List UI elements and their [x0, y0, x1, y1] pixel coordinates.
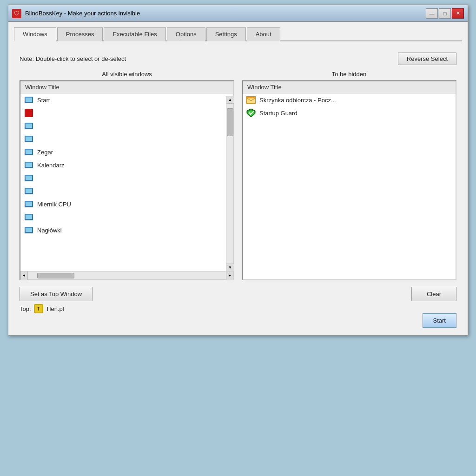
- left-panel-label: All visible windows: [20, 71, 234, 78]
- app-icon: 🛡: [12, 9, 21, 18]
- list-item[interactable]: [20, 211, 226, 224]
- shield-icon: [246, 108, 256, 118]
- scroll-thumb[interactable]: [227, 108, 233, 136]
- tlen-icon: T: [34, 304, 43, 313]
- list-item[interactable]: [20, 106, 226, 119]
- window-body: Windows Processes Executable Files Optio…: [8, 22, 468, 335]
- top-label: Top:: [20, 305, 31, 312]
- title-bar: 🛡 BlindBossKey - Make your actions invis…: [8, 5, 468, 22]
- note-row: Note: Double-click to select or de-selec…: [20, 53, 456, 65]
- right-panel-label: To be hidden: [242, 71, 456, 78]
- monitor-icon: [24, 186, 33, 196]
- top-app-name: Tlen.pl: [46, 305, 64, 312]
- tab-executable-files[interactable]: Executable Files: [104, 27, 165, 41]
- monitor-icon: [24, 212, 33, 222]
- title-bar-left: 🛡 BlindBossKey - Make your actions invis…: [12, 9, 140, 18]
- bottom-left: Set as Top Window Top: T Tlen.pl: [20, 287, 93, 313]
- window-controls: — □ ✕: [426, 8, 464, 19]
- reverse-select-button[interactable]: Reverse Select: [398, 53, 456, 65]
- red-app-icon: [24, 108, 33, 118]
- tab-windows[interactable]: Windows: [14, 27, 56, 41]
- left-list-body: Start: [20, 93, 233, 268]
- monitor-icon: [24, 199, 33, 209]
- left-panel: All visible windows Window Title Start: [20, 71, 234, 280]
- minimize-button[interactable]: —: [426, 8, 438, 19]
- tab-settings[interactable]: Settings: [206, 27, 246, 41]
- top-indicator: Top: T Tlen.pl: [20, 304, 93, 313]
- tab-about[interactable]: About: [247, 27, 280, 41]
- list-item[interactable]: [20, 172, 226, 185]
- tab-processes[interactable]: Processes: [57, 27, 103, 41]
- content-area: Note: Double-click to select or de-selec…: [14, 49, 462, 328]
- monitor-icon: [24, 121, 33, 131]
- scroll-up-arrow[interactable]: ▲: [226, 96, 234, 104]
- right-panel-header: Window Title: [243, 81, 456, 93]
- scroll-track: [226, 104, 233, 264]
- vertical-scrollbar[interactable]: ▲ ▼: [226, 96, 233, 271]
- scroll-left-arrow[interactable]: ◄: [20, 271, 28, 280]
- right-panel-container: Window Title: [242, 80, 456, 280]
- note-text: Note: Double-click to select or de-selec…: [20, 55, 126, 62]
- left-panel-header: Window Title: [20, 81, 233, 93]
- start-button[interactable]: Start: [423, 313, 456, 328]
- list-item[interactable]: Startup Guard: [243, 106, 456, 119]
- bottom-row: Set as Top Window Top: T Tlen.pl Cle: [20, 287, 456, 324]
- list-item[interactable]: Skrzynka odbiorcza - Pocz...: [243, 93, 456, 106]
- list-item[interactable]: Kalendarz: [20, 159, 226, 172]
- monitor-icon: [24, 147, 33, 157]
- list-item[interactable]: [20, 185, 226, 198]
- tab-options[interactable]: Options: [167, 27, 205, 41]
- monitor-icon: [24, 173, 33, 183]
- monitor-icon: [24, 160, 33, 170]
- set-as-top-window-button[interactable]: Set as Top Window: [20, 287, 93, 301]
- right-panel: To be hidden Window Title: [242, 71, 456, 280]
- monitor-icon: [24, 134, 33, 144]
- clear-button[interactable]: Clear: [411, 287, 456, 301]
- window-title: BlindBossKey - Make your actions invisib…: [25, 10, 140, 17]
- scroll-down-arrow[interactable]: ▼: [226, 264, 234, 271]
- svg-text:T: T: [37, 306, 40, 311]
- h-scroll-track: [28, 271, 226, 279]
- panels-row: All visible windows Window Title Start: [20, 71, 456, 280]
- monitor-icon: [24, 225, 33, 235]
- right-list-body: Skrzynka odbiorcza - Pocz...: [243, 93, 456, 277]
- list-item[interactable]: Nagłówki: [20, 224, 226, 237]
- monitor-icon: [24, 95, 33, 105]
- list-item[interactable]: Zegar: [20, 145, 226, 159]
- close-button[interactable]: ✕: [452, 8, 464, 19]
- scroll-right-arrow[interactable]: ►: [226, 271, 233, 280]
- list-item[interactable]: [20, 132, 226, 145]
- left-panel-container: Window Title Start: [20, 80, 234, 280]
- list-item[interactable]: Miernik CPU: [20, 198, 226, 211]
- list-item[interactable]: [20, 119, 226, 132]
- main-window: 🛡 BlindBossKey - Make your actions invis…: [8, 5, 468, 336]
- list-item[interactable]: Start: [20, 93, 226, 106]
- tab-bar: Windows Processes Executable Files Optio…: [14, 26, 462, 41]
- maximize-button[interactable]: □: [439, 8, 451, 19]
- mail-icon: [246, 95, 256, 105]
- horizontal-scrollbar[interactable]: ◄ ►: [20, 271, 233, 279]
- h-scroll-thumb[interactable]: [37, 273, 74, 278]
- bottom-right-area: Clear Start: [411, 287, 456, 324]
